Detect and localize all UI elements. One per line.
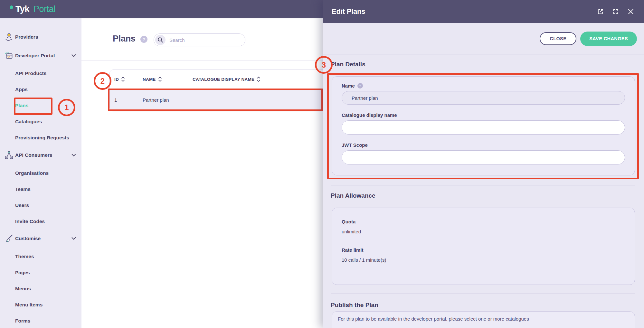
column-header-catalogue-display-name[interactable]: CATALOGUE DISPLAY NAME: [188, 70, 335, 89]
plans-page: Plans ? ID NAME: [81, 18, 323, 328]
sort-icon[interactable]: [257, 76, 260, 82]
search-input[interactable]: [169, 37, 237, 43]
save-changes-button[interactable]: SAVE CHANGES: [580, 32, 637, 46]
chevron-down-icon[interactable]: [71, 237, 76, 240]
sidebar-item-label: Providers: [15, 34, 38, 40]
sidebar-item-providers[interactable]: Providers: [0, 29, 81, 45]
column-header-id[interactable]: ID: [110, 70, 138, 89]
sidebar-item-themes[interactable]: Themes: [0, 248, 81, 265]
sidebar-item-catalogues[interactable]: Catalogues: [0, 114, 81, 130]
chevron-down-icon[interactable]: [71, 154, 76, 157]
logo-text-primary: Tyk: [15, 4, 29, 14]
publish-plan-description: For this plan to be available in the dev…: [338, 316, 635, 322]
sidebar-item-label: Themes: [15, 254, 34, 259]
search-box[interactable]: [154, 33, 245, 46]
sidebar-item-apps[interactable]: Apps: [0, 81, 81, 98]
sidebar-item-provisioning-requests[interactable]: Provisioning Requests: [0, 130, 81, 146]
search-icon: [157, 37, 163, 43]
annotation-step-3: 3: [315, 56, 333, 74]
sidebar-item-label: Pages: [15, 270, 30, 276]
sidebar-item-customise[interactable]: Customise: [0, 230, 81, 247]
rate-limit-value: 10 calls / 1 minute(s): [342, 257, 625, 263]
sidebar-item-label: Users: [15, 202, 29, 208]
sidebar-item-label: Organisations: [15, 170, 49, 176]
annotation-box-table-row: [108, 89, 323, 111]
customise-icon: [4, 234, 14, 243]
sidebar-item-label: Invite Codes: [15, 219, 45, 224]
sidebar-item-label: Teams: [15, 186, 31, 192]
quota-value: unlimited: [342, 229, 625, 234]
sidebar-item-label: Customise: [15, 236, 41, 241]
sidebar-item-api-consumers[interactable]: API Consumers: [0, 147, 81, 163]
fullscreen-icon[interactable]: [612, 8, 619, 15]
sidebar-item-label: API Products: [15, 70, 46, 76]
section-divider: [331, 185, 635, 185]
close-button[interactable]: CLOSE: [540, 32, 576, 45]
search-icon-circle: [155, 35, 166, 45]
sidebar-item-pages[interactable]: Pages: [0, 265, 81, 281]
api-consumers-icon: [4, 150, 14, 160]
plan-allowance-card: Quota unlimited Rate limit 10 calls / 1 …: [332, 208, 635, 285]
developer-portal-icon: </>: [4, 51, 14, 61]
sidebar: Providers </> Developer Portal API Produ…: [0, 18, 81, 328]
header-divider: [81, 61, 323, 61]
plans-help-icon[interactable]: ?: [140, 36, 147, 43]
open-in-new-window-icon[interactable]: [597, 8, 604, 15]
publish-plan-heading: Publish the Plan: [331, 302, 378, 309]
sidebar-item-menu-items[interactable]: Menu Items: [0, 297, 81, 313]
drawer-header: Edit Plans: [323, 0, 644, 23]
column-label: CATALOGUE DISPLAY NAME: [193, 77, 254, 82]
table-header-row: ID NAME CATALOGUE DISPLAY NAME: [110, 70, 335, 89]
drawer-toolbar: CLOSE SAVE CHANGES: [323, 23, 644, 54]
sidebar-item-menus[interactable]: Menus: [0, 281, 81, 297]
logo-text-secondary: Portal: [33, 4, 55, 14]
sidebar-item-label: Catalogues: [15, 119, 42, 125]
sidebar-item-developer-portal[interactable]: </> Developer Portal: [0, 48, 81, 64]
sidebar-item-api-products[interactable]: API Products: [0, 65, 81, 81]
drawer-title: Edit Plans: [332, 7, 365, 16]
sidebar-item-label: Developer Portal: [15, 53, 55, 59]
sidebar-item-label: Menu Items: [15, 302, 43, 308]
sort-icon[interactable]: [158, 76, 162, 82]
page-title: Plans: [113, 34, 136, 44]
column-header-name[interactable]: NAME: [138, 70, 188, 89]
sidebar-item-label: Forms: [15, 318, 30, 324]
close-icon[interactable]: [627, 8, 634, 15]
sidebar-item-invite-codes[interactable]: Invite Codes: [0, 213, 81, 230]
annotation-step-1: 1: [58, 99, 75, 116]
providers-icon: [4, 32, 14, 42]
annotation-step-2: 2: [94, 72, 111, 90]
quota-label: Quota: [342, 219, 625, 224]
sidebar-item-teams[interactable]: Teams: [0, 181, 81, 197]
plan-details-heading: Plan Details: [331, 61, 365, 68]
sidebar-item-label: Apps: [15, 87, 28, 92]
sidebar-item-forms[interactable]: Forms: [0, 313, 81, 328]
tyk-portal-logo[interactable]: Tyk Portal: [10, 4, 55, 14]
sidebar-item-organisations[interactable]: Organisations: [0, 165, 81, 181]
sidebar-item-users[interactable]: Users: [0, 197, 81, 213]
sidebar-item-label: Provisioning Requests: [15, 135, 69, 141]
sidebar-item-label: Menus: [15, 286, 31, 292]
tyk-leaf-icon: [10, 5, 13, 9]
plan-allowance-heading: Plan Allowance: [331, 192, 375, 199]
sort-icon[interactable]: [121, 76, 125, 82]
section-divider: [331, 294, 635, 294]
rate-limit-label: Rate limit: [342, 247, 625, 253]
annotation-box-plan-details: [327, 73, 639, 179]
sidebar-item-label: API Consumers: [15, 152, 52, 158]
publish-plan-card: For this plan to be available in the dev…: [332, 311, 635, 328]
annotation-box-plans: [14, 98, 52, 115]
column-label: NAME: [143, 77, 156, 82]
column-label: ID: [114, 77, 119, 82]
svg-text:</>: </>: [7, 56, 11, 58]
chevron-down-icon[interactable]: [71, 54, 76, 57]
